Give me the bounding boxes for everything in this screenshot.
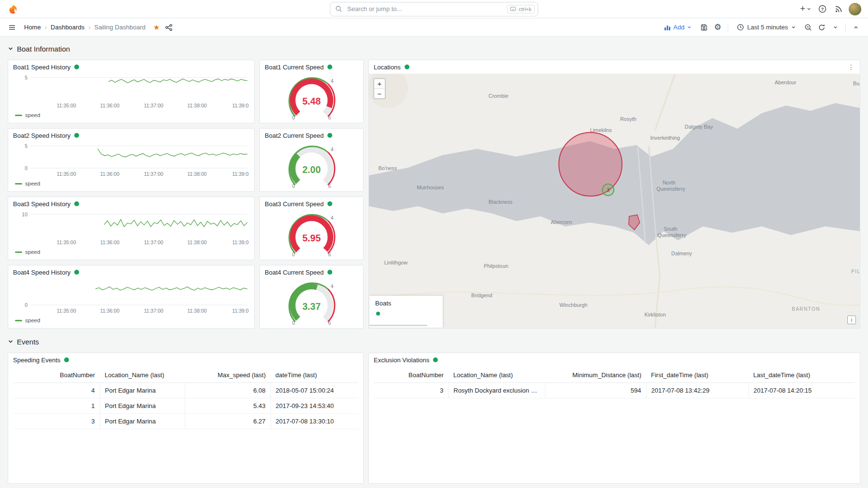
user-avatar[interactable] <box>849 3 861 15</box>
collapse-toolbar-button[interactable] <box>850 21 862 34</box>
gauge-max-label: 6 <box>328 252 331 257</box>
column-header[interactable]: First_dateTime (last) <box>646 368 748 383</box>
column-header[interactable]: Max_speed (last) <box>185 368 271 383</box>
zoom-out-button[interactable]: − <box>374 89 385 98</box>
column-header[interactable]: Minimum_Distance (last) <box>545 368 646 383</box>
column-header[interactable]: dateTime (last) <box>271 368 358 383</box>
panel-title[interactable]: Boat4 Current Speed <box>265 269 324 276</box>
map-place-label: North <box>663 180 676 185</box>
row-boat-information[interactable]: Boat Information <box>8 42 860 55</box>
news-rss-button[interactable] <box>832 2 845 16</box>
map-place-label: Burntisland <box>853 80 860 86</box>
panel-title[interactable]: Speeding Events <box>13 356 60 364</box>
panel-menu-kebab-icon[interactable]: ⋮ <box>848 63 855 71</box>
legend-label[interactable]: speed <box>25 317 40 323</box>
panel-title[interactable]: Boat1 Speed History <box>13 64 70 71</box>
map-layer-legend[interactable]: Boats <box>369 296 443 328</box>
speed-series-line <box>108 79 247 83</box>
map-place-label: Rosyth <box>620 116 637 122</box>
search-input[interactable] <box>346 5 503 13</box>
chevron-down-icon <box>8 46 14 52</box>
speed-gauge: 0643.37 <box>275 279 348 328</box>
cluster-count: 3 <box>607 187 610 193</box>
legend-label[interactable]: speed <box>25 181 40 186</box>
save-dashboard-button[interactable] <box>698 21 710 34</box>
speed-series-line <box>98 149 248 158</box>
timeseries-chart[interactable]: 511:35:0011:36:0011:37:0011:38:0011:39:0 <box>11 74 252 111</box>
legend-swatch <box>15 183 22 185</box>
add-panel-button[interactable]: Add <box>659 24 697 31</box>
dashboard-settings-button[interactable]: ⚙ <box>711 21 724 34</box>
boat-cluster-marker[interactable]: 3 <box>602 184 614 196</box>
panel-title[interactable]: Boat1 Current Speed <box>265 64 324 71</box>
table-row: 4Port Edgar Marina6.082018-05-07 15:00:2… <box>13 383 358 398</box>
panel-exclusion-violations: Exclusion Violations BoatNumberLocation_… <box>368 353 860 484</box>
zoom-in-button[interactable]: + <box>374 79 385 89</box>
table-cell: Rosyth Dockyard exclusion zo... <box>448 383 545 398</box>
favorite-star-icon[interactable]: ★ <box>153 23 160 32</box>
zoom-out-time-button[interactable] <box>802 21 814 34</box>
x-tick-label: 11:36:00 <box>100 171 120 177</box>
legend-label[interactable]: speed <box>25 112 40 118</box>
panel-title[interactable]: Boat2 Speed History <box>13 132 70 139</box>
panel-speeding-events: Speeding Events BoatNumberLocation_Name … <box>8 353 364 484</box>
map-canvas[interactable]: BurntislandAberdourCrombieRosythDalgety … <box>369 74 860 328</box>
search-shortcut-badge: ctrl+k <box>507 5 535 13</box>
add-panel-icon <box>664 24 671 31</box>
column-header[interactable]: Last_dateTime (last) <box>748 368 855 383</box>
column-header[interactable]: BoatNumber <box>374 368 448 383</box>
x-tick-label: 11:37:00 <box>144 103 163 108</box>
speed-gauge: 0642.00 <box>275 142 348 191</box>
x-tick-label: 11:35:00 <box>57 239 76 245</box>
gauge-threshold-label: 4 <box>331 284 334 289</box>
time-range-picker[interactable]: Last 5 minutes <box>732 24 801 31</box>
column-header[interactable]: BoatNumber <box>13 368 100 383</box>
panel-boat2-speed-history: Boat2 Speed History 5011:35:0011:36:0011… <box>8 128 255 192</box>
map-place-label: South <box>664 226 677 232</box>
x-tick-label: 11:36:00 <box>100 308 120 314</box>
legend-scrollbar[interactable] <box>369 325 427 326</box>
x-tick-label: 11:37:00 <box>144 239 163 245</box>
x-tick-label: 11:36:00 <box>100 103 120 108</box>
panel-title[interactable]: Boat3 Speed History <box>13 200 70 208</box>
column-header[interactable]: Location_Name (last) <box>100 368 185 383</box>
grafana-logo[interactable] <box>7 2 19 16</box>
svg-text:?: ? <box>821 6 824 12</box>
gauge-value-text: 5.95 <box>302 233 321 243</box>
x-tick-label: 11:39:0 <box>232 103 248 108</box>
geomap[interactable]: BurntislandAberdourCrombieRosythDalgety … <box>369 74 860 328</box>
breadcrumb-home[interactable]: Home <box>24 24 41 31</box>
panel-title[interactable]: Exclusion Violations <box>374 356 429 364</box>
x-tick-label: 11:37:00 <box>144 171 163 177</box>
mega-menu-button[interactable] <box>6 21 18 34</box>
panel-title[interactable]: Boat3 Current Speed <box>265 200 324 208</box>
share-button[interactable] <box>163 21 175 34</box>
panel-title[interactable]: Boat2 Current Speed <box>265 132 324 139</box>
map-attribution-button[interactable]: i <box>847 316 856 324</box>
timeseries-chart[interactable]: 011:35:0011:36:0011:37:0011:38:0011:39:0 <box>11 279 252 317</box>
legend-label[interactable]: speed <box>25 249 40 255</box>
global-search[interactable]: ctrl+k <box>330 2 538 16</box>
table-cell: 4 <box>13 383 100 398</box>
keyboard-icon <box>510 7 516 11</box>
breadcrumb-dashboards[interactable]: Dashboards <box>51 24 84 31</box>
timeseries-chart[interactable]: 5011:35:0011:36:0011:37:0011:38:0011:39:… <box>11 142 252 180</box>
gauge-column: Boat1 Current Speed 0645.48 Boat2 Curren… <box>259 60 364 329</box>
map-place-label: BARNTON <box>792 306 820 312</box>
refresh-button[interactable] <box>815 21 828 34</box>
map-zoom-control: + − <box>373 78 386 99</box>
refresh-interval-dropdown[interactable] <box>829 21 841 34</box>
help-button[interactable]: ? <box>816 2 828 16</box>
row-events[interactable]: Events <box>8 335 860 348</box>
table-cell: 3 <box>13 414 100 429</box>
y-tick-label: 0 <box>25 302 27 308</box>
table-cell: 594 <box>545 383 646 398</box>
new-menu-button[interactable]: + <box>800 2 812 16</box>
panel-title[interactable]: Locations <box>374 64 401 71</box>
x-tick-label: 11:39:0 <box>232 171 248 177</box>
column-header[interactable]: Location_Name (last) <box>448 368 545 383</box>
panel-boat3-current-speed: Boat3 Current Speed 0645.95 <box>259 197 364 260</box>
breadcrumb-separator: › <box>45 24 47 31</box>
timeseries-chart[interactable]: 1011:35:0011:36:0011:37:0011:38:0011:39:… <box>11 211 252 248</box>
panel-title[interactable]: Boat4 Speed History <box>13 269 70 276</box>
